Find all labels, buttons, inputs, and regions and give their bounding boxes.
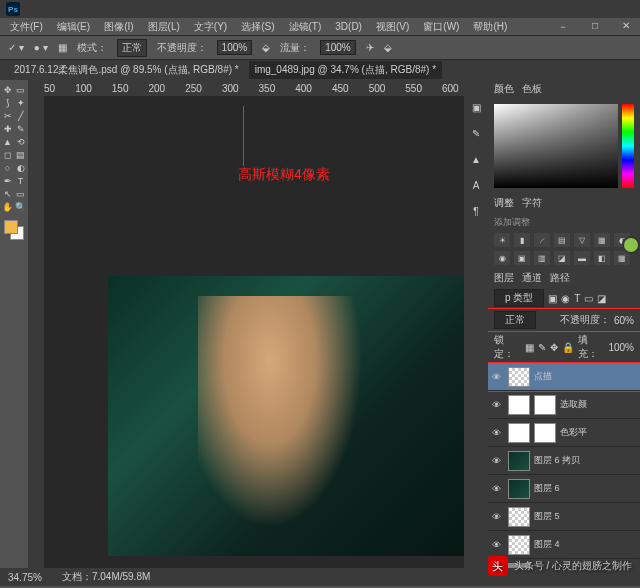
visibility-icon[interactable]: 👁: [492, 372, 504, 382]
menu-3d[interactable]: 3D(D): [329, 19, 368, 34]
brush-preset-icon[interactable]: ● ▾: [34, 42, 48, 53]
lock-all-icon[interactable]: 🔒: [562, 342, 574, 353]
brush-tool[interactable]: ✎: [15, 123, 27, 135]
hue-strip[interactable]: [622, 104, 634, 188]
eraser-tool[interactable]: ◻: [2, 149, 14, 161]
brush-panel-icon[interactable]: ▦: [58, 42, 67, 53]
layer-row[interactable]: 👁 点描: [488, 363, 640, 391]
opacity-input[interactable]: 100%: [217, 40, 253, 55]
color-swatch[interactable]: [4, 220, 24, 240]
minimize-icon[interactable]: －: [552, 18, 574, 36]
lock-trans-icon[interactable]: ▦: [525, 342, 534, 353]
layer-row[interactable]: 👁 选取颜: [488, 391, 640, 419]
layer-thumb[interactable]: [508, 367, 530, 387]
brush-panel-icon[interactable]: ✎: [469, 126, 483, 140]
visibility-icon[interactable]: 👁: [492, 540, 504, 550]
hand-tool[interactable]: ✋: [2, 201, 14, 213]
menu-filter[interactable]: 滤镜(T): [283, 18, 328, 36]
layer-kind-select[interactable]: p 类型: [494, 289, 544, 307]
lock-pixel-icon[interactable]: ✎: [538, 342, 546, 353]
adj-lookup-icon[interactable]: ▥: [534, 251, 550, 265]
maximize-icon[interactable]: □: [586, 18, 604, 36]
tab-swatches[interactable]: 色板: [522, 82, 542, 96]
move-tool[interactable]: ✥: [2, 84, 14, 96]
lasso-tool[interactable]: ⟆: [2, 97, 14, 109]
menu-image[interactable]: 图像(I): [98, 18, 139, 36]
para-icon[interactable]: ¶: [469, 204, 483, 218]
layer-thumb[interactable]: [508, 423, 530, 443]
layer-row[interactable]: 👁 图层 6 拷贝: [488, 447, 640, 475]
visibility-icon[interactable]: 👁: [492, 456, 504, 466]
menu-edit[interactable]: 编辑(E): [51, 18, 96, 36]
visibility-icon[interactable]: 👁: [492, 428, 504, 438]
mode-select[interactable]: 正常: [117, 39, 147, 57]
layer-mask[interactable]: [534, 395, 556, 415]
adj-levels-icon[interactable]: ▮: [514, 233, 530, 247]
layer-row[interactable]: 👁 色彩平: [488, 419, 640, 447]
brush-icon[interactable]: ✓ ▾: [8, 42, 24, 53]
layer-row[interactable]: 👁 图层 4: [488, 531, 640, 559]
doc-tab-2[interactable]: img_0489.jpg @ 34.7% (点描, RGB/8#) *: [249, 61, 442, 79]
filter-adj-icon[interactable]: ◉: [561, 293, 570, 304]
color-picker[interactable]: [488, 98, 640, 194]
filter-pixel-icon[interactable]: ▣: [548, 293, 557, 304]
layer-opacity-input[interactable]: 60%: [614, 315, 634, 326]
tab-channels[interactable]: 通道: [522, 271, 542, 285]
close-icon[interactable]: ✕: [616, 18, 636, 36]
adj-brightness-icon[interactable]: ☀: [494, 233, 510, 247]
shape-tool[interactable]: ▭: [15, 188, 27, 200]
heal-tool[interactable]: ✚: [2, 123, 14, 135]
adj-hue-icon[interactable]: ▦: [594, 233, 610, 247]
tab-layers[interactable]: 图层: [494, 271, 514, 285]
adj-exposure-icon[interactable]: ▤: [554, 233, 570, 247]
layer-mask[interactable]: [534, 423, 556, 443]
picker-area[interactable]: [494, 104, 618, 188]
menu-select[interactable]: 选择(S): [235, 18, 280, 36]
menu-type[interactable]: 文字(Y): [188, 18, 233, 36]
layer-thumb[interactable]: [508, 451, 530, 471]
layer-thumb[interactable]: [508, 535, 530, 555]
layer-row[interactable]: 👁 图层 6: [488, 475, 640, 503]
visibility-icon[interactable]: 👁: [492, 400, 504, 410]
adj-mixer-icon[interactable]: ▣: [514, 251, 530, 265]
adj-thresh-icon[interactable]: ◧: [594, 251, 610, 265]
marquee-tool[interactable]: ▭: [15, 84, 27, 96]
pressure-opacity-icon[interactable]: ⬙: [262, 42, 270, 53]
char-icon[interactable]: A: [469, 178, 483, 192]
tab-styles[interactable]: 字符: [522, 196, 542, 210]
doc-tab-1[interactable]: 2017.6.12柔焦调色.psd @ 89.5% (点描, RGB/8#) *: [8, 61, 245, 79]
adj-vibrance-icon[interactable]: ▽: [574, 233, 590, 247]
zoom-tool[interactable]: 🔍: [15, 201, 27, 213]
filter-type-icon[interactable]: T: [574, 293, 580, 304]
menu-window[interactable]: 窗口(W): [417, 18, 465, 36]
pressure-size-icon[interactable]: ⬙: [384, 42, 392, 53]
menu-file[interactable]: 文件(F): [4, 18, 49, 36]
adj-invert-icon[interactable]: ◪: [554, 251, 570, 265]
airbrush-icon[interactable]: ✈: [366, 42, 374, 53]
history-tool[interactable]: ⟲: [15, 136, 27, 148]
adj-curves-icon[interactable]: ⟋: [534, 233, 550, 247]
adj-photo-icon[interactable]: ◉: [494, 251, 510, 265]
blend-mode-select[interactable]: 正常: [494, 311, 536, 329]
wand-tool[interactable]: ✦: [15, 97, 27, 109]
visibility-icon[interactable]: 👁: [492, 512, 504, 522]
history-icon[interactable]: ▣: [469, 100, 483, 114]
layer-thumb[interactable]: [508, 507, 530, 527]
tab-adjustments[interactable]: 调整: [494, 196, 514, 210]
clone-icon[interactable]: ▲: [469, 152, 483, 166]
eyedrop-tool[interactable]: ╱: [15, 110, 27, 122]
layer-thumb[interactable]: [508, 395, 530, 415]
visibility-icon[interactable]: 👁: [492, 484, 504, 494]
tab-color[interactable]: 颜色: [494, 82, 514, 96]
menu-help[interactable]: 帮助(H): [467, 18, 513, 36]
filter-shape-icon[interactable]: ▭: [584, 293, 593, 304]
zoom-level[interactable]: 34.75%: [8, 572, 42, 583]
filter-smart-icon[interactable]: ◪: [597, 293, 606, 304]
layer-row[interactable]: 👁 图层 5: [488, 503, 640, 531]
lock-pos-icon[interactable]: ✥: [550, 342, 558, 353]
menu-layer[interactable]: 图层(L): [142, 18, 186, 36]
menu-view[interactable]: 视图(V): [370, 18, 415, 36]
gradient-tool[interactable]: ▤: [15, 149, 27, 161]
dodge-tool[interactable]: ◐: [15, 162, 27, 174]
adj-poster-icon[interactable]: ▬: [574, 251, 590, 265]
